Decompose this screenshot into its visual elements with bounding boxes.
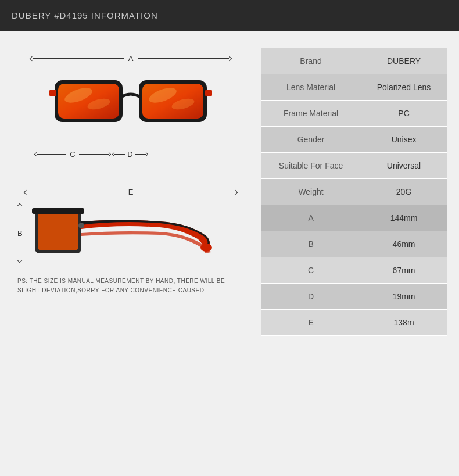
measure-a-row: A (23, 54, 238, 66)
spec-label: A (261, 205, 360, 231)
spec-row: B46mm (261, 231, 447, 257)
spec-value: 46mm (360, 231, 447, 257)
spec-label: Weight (261, 179, 360, 205)
label-b: B (17, 229, 23, 238)
spec-row: Weight20G (261, 179, 447, 205)
spec-label: Gender (261, 127, 360, 153)
spec-value: 67mm (360, 257, 447, 284)
label-d: D (125, 150, 135, 159)
spec-value: Polarized Lens (360, 74, 447, 101)
spec-row: A144mm (261, 205, 447, 231)
spec-label: Brand (261, 48, 360, 74)
spec-label: D (261, 284, 360, 310)
spec-value: 19mm (360, 284, 447, 310)
svg-rect-4 (49, 90, 56, 96)
spec-row: Suitable For FaceUniversal (261, 153, 447, 179)
spec-label: Suitable For Face (261, 153, 360, 179)
spec-row: BrandDUBERY (261, 48, 447, 74)
spec-row: Lens MaterialPolarized Lens (261, 74, 447, 101)
label-c: C (66, 150, 78, 159)
svg-point-14 (78, 223, 84, 228)
spec-value: PC (360, 101, 447, 127)
spec-value: Universal (360, 153, 447, 179)
spec-value: 144mm (360, 205, 447, 231)
label-a: A (124, 54, 138, 63)
spec-row: GenderUnisex (261, 127, 447, 153)
label-e: E (124, 188, 138, 196)
header-title: DUBERY #D4195 INFORMATION (12, 10, 158, 20)
note-text: PS: THE SIZE IS MANUAL MEASUREMENT BY HA… (12, 277, 250, 295)
svg-rect-12 (32, 208, 84, 214)
svg-rect-11 (38, 213, 78, 250)
spec-row: E138m (261, 310, 447, 336)
spec-row: C67mm (261, 257, 447, 284)
side-diagram: E B (12, 188, 250, 265)
spec-label: Lens Material (261, 74, 360, 101)
front-diagram: A (12, 48, 250, 170)
spec-label: C (261, 257, 360, 284)
main-content: A (0, 31, 459, 353)
spec-label: B (261, 231, 360, 257)
spec-row: D19mm (261, 284, 447, 310)
page-header: DUBERY #D4195 INFORMATION (0, 0, 459, 31)
side-view-row: B (17, 201, 244, 265)
glasses-side-svg (26, 201, 218, 265)
right-panel: BrandDUBERYLens MaterialPolarized LensFr… (261, 48, 447, 336)
spec-value: 138m (360, 310, 447, 336)
spec-label: E (261, 310, 360, 336)
glasses-front-image (29, 66, 232, 148)
left-panel: A (12, 48, 250, 336)
measure-cd-row: C D (23, 148, 238, 159)
spec-label: Frame Material (261, 101, 360, 127)
specs-table: BrandDUBERYLens MaterialPolarized LensFr… (261, 48, 447, 336)
spec-value: DUBERY (360, 48, 447, 74)
spec-value: 20G (360, 179, 447, 205)
spec-row: Frame MaterialPC (261, 101, 447, 127)
measure-e-row: E (17, 188, 244, 201)
svg-rect-5 (205, 90, 212, 96)
spec-value: Unisex (360, 127, 447, 153)
